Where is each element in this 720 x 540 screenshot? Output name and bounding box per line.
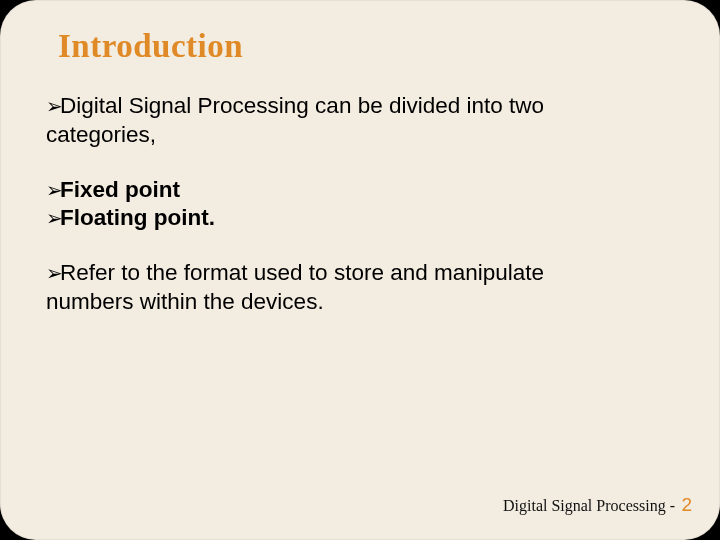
slide: Introduction ➢Digital Signal Processing …	[0, 0, 720, 540]
floating-point-label: Floating point.	[60, 205, 215, 230]
para2-line2: numbers within the devices.	[46, 288, 680, 317]
page-number: 2	[681, 494, 692, 515]
bullet-paragraph-2: ➢Refer to the format used to store and m…	[46, 259, 680, 317]
slide-title: Introduction	[58, 28, 243, 65]
footer-text: Digital Signal Processing -	[503, 497, 675, 514]
slide-content: ➢Digital Signal Processing can be divide…	[46, 92, 680, 343]
para1-line2: categories,	[46, 121, 680, 150]
bullet-paragraph-1: ➢Digital Signal Processing can be divide…	[46, 92, 680, 150]
para1-line1: Digital Signal Processing can be divided…	[60, 93, 544, 118]
fixed-point-label: Fixed point	[60, 177, 180, 202]
footer: Digital Signal Processing - 2	[503, 494, 692, 516]
para2-line1: Refer to the format used to store and ma…	[60, 260, 544, 285]
bullet-fixed-floating: ➢Fixed point ➢Floating point.	[46, 176, 680, 234]
